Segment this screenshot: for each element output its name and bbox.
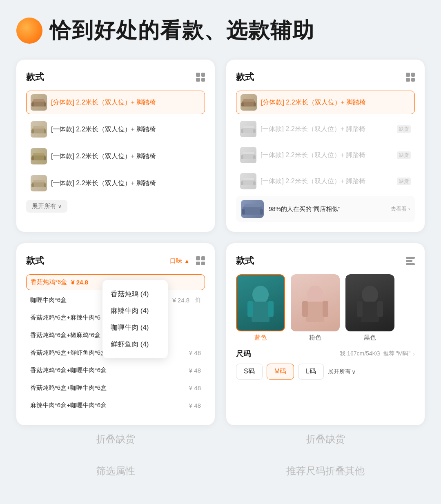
card2-sku-text-selected: [分体款] 2.2米长（双人位）+ 脚踏椅: [261, 98, 410, 107]
chevron-down-icon: ∨: [58, 204, 62, 209]
color-swatch-black[interactable]: 黑色: [345, 274, 394, 342]
similar-text: 98%的人在买的"同店相似": [269, 205, 386, 213]
svg-rect-8: [32, 155, 45, 160]
size-btn-l[interactable]: L码: [298, 364, 324, 380]
swatch-label-black: 黑色: [364, 334, 376, 342]
grid-icon-3[interactable]: [196, 256, 205, 265]
svg-rect-21: [241, 129, 243, 133]
out-stock-badge-2: 缺货: [397, 151, 411, 159]
svg-rect-11: [33, 153, 45, 155]
card1-header: 款式: [26, 71, 205, 83]
svg-rect-14: [44, 183, 46, 187]
dropdown-item-4[interactable]: 鲜虾鱼肉 (4): [111, 336, 160, 353]
svg-rect-43: [323, 301, 328, 317]
card3-sku-text-4: 香菇炖鸡*6盒+椒麻鸡*6盒: [30, 331, 100, 339]
svg-rect-34: [260, 209, 263, 215]
card3-sku-7[interactable]: 香菇炖鸡*6盒+咖喱牛肉*6盒 ¥ 48: [26, 380, 205, 395]
card3-sku-8[interactable]: 麻辣牛肉*6盒+咖喱牛肉*6盒 ¥ 48: [26, 398, 205, 413]
card2-title: 款式: [236, 71, 254, 83]
expand-chevron-icon: ∨: [352, 369, 356, 375]
card-filter-attributes: 款式 口味 ▲ 香菇炖鸡*6盒 ¥ 24.8 咖喱牛肉*6盒 ¥ 24.8 鲜 …: [16, 243, 215, 425]
svg-rect-2: [44, 102, 46, 107]
size-recommend[interactable]: 推荐 "M码": [383, 350, 411, 357]
swatch-img-blue: [236, 274, 285, 331]
card3-sku-6[interactable]: 香菇炖鸡*6盒+咖喱牛肉*6盒 ¥ 48: [26, 363, 205, 378]
size-btn-s[interactable]: S码: [236, 364, 263, 380]
flavor-label: 口味: [170, 257, 182, 265]
sku-thumb-4: [31, 175, 47, 191]
card2-thumb-1: [241, 94, 257, 111]
swatch-label-pink: 粉色: [309, 334, 321, 342]
card2-sku-text-out-2: [一体款] 2.2米长（双人位）+ 脚踏椅: [261, 151, 391, 160]
svg-rect-17: [241, 102, 244, 107]
similar-thumb: [241, 200, 264, 218]
sku-item-2[interactable]: [一体款] 2.2米长（双人位）+ 脚踏椅: [26, 118, 205, 141]
grid-icon-1[interactable]: [196, 73, 205, 82]
card2-label: 折叠缺货: [226, 433, 425, 446]
svg-rect-32: [243, 206, 262, 215]
svg-point-40: [307, 286, 323, 304]
svg-rect-18: [254, 102, 256, 107]
sku-item-4[interactable]: [一体款] 2.2米长（双人位）+ 脚踏椅: [26, 171, 205, 195]
swatch-label-blue: 蓝色: [254, 334, 267, 342]
svg-rect-46: [357, 301, 363, 317]
card3-sku-price-6: ¥ 48: [189, 367, 201, 374]
svg-rect-33: [242, 209, 245, 215]
expand-button-1[interactable]: 展开所有 ∨: [26, 200, 67, 213]
card2-sku-text-out-1: [一体款] 2.2米长（双人位）+ 脚踏椅: [261, 125, 391, 133]
svg-rect-1: [31, 102, 34, 107]
card2-sku-out-3[interactable]: [一体款] 2.2米长（双人位）+ 脚踏椅 缺货: [236, 170, 415, 193]
page-header: 恰到好处的看款、选款辅助: [16, 16, 425, 45]
card3-sku-price-7: ¥ 48: [189, 384, 201, 391]
card2-sku-selected[interactable]: [分体款] 2.2米长（双人位）+ 脚踏椅: [236, 91, 415, 114]
svg-point-44: [362, 286, 378, 304]
size-hint-container: 我 167cm/54KG 推荐 "M码" ›: [340, 350, 415, 357]
card2-sku-out-2[interactable]: [一体款] 2.2米长（双人位）+ 脚踏椅 缺货: [236, 144, 415, 167]
sku-text-selected: [分体款] 2.2米长（双人位）+ 脚踏椅: [51, 98, 200, 107]
size-btn-m[interactable]: M码: [267, 364, 294, 380]
color-swatch-pink[interactable]: 粉色: [291, 274, 340, 342]
flavor-filter[interactable]: 口味 ▲: [170, 257, 189, 265]
sku-item-selected[interactable]: [分体款] 2.2米长（双人位）+ 脚踏椅: [26, 91, 205, 114]
card3-header: 款式 口味 ▲: [26, 255, 205, 267]
card2-sku-out-1[interactable]: [一体款] 2.2米长（双人位）+ 脚踏椅 缺货: [236, 118, 415, 140]
svg-rect-42: [302, 301, 308, 317]
grid-icon-2[interactable]: [406, 73, 415, 82]
sku-thumb-1: [31, 94, 47, 111]
size-label: 尺码: [236, 349, 251, 359]
sku-thumb-3: [31, 148, 47, 164]
card-size-recommend: 款式 蓝色: [226, 243, 425, 425]
svg-rect-35: [244, 204, 261, 207]
card3-sku-price-2: ¥ 24.8: [172, 297, 189, 304]
color-swatch-blue[interactable]: 蓝色: [236, 274, 285, 342]
page-title: 恰到好处的看款、选款辅助: [50, 16, 314, 45]
size-section: 尺码 我 167cm/54KG 推荐 "M码" › S码 M码 L码 展开所有 …: [236, 349, 415, 380]
size-arrow-icon: ›: [413, 351, 415, 357]
card2-sku-text-out-3: [一体款] 2.2米长（双人位）+ 脚踏椅: [261, 177, 391, 186]
card3-sku-text-6: 香菇炖鸡*6盒+咖喱牛肉*6盒: [30, 366, 107, 374]
dropdown-item-3[interactable]: 咖喱牛肉 (4): [111, 319, 160, 336]
svg-rect-3: [33, 99, 45, 102]
svg-rect-30: [253, 181, 256, 185]
grid-icon-alt-4[interactable]: [406, 256, 415, 265]
size-row-header: 尺码 我 167cm/54KG 推荐 "M码" ›: [236, 349, 415, 359]
sku-item-3[interactable]: [一体款] 2.2米长（双人位）+ 脚踏椅: [26, 144, 205, 168]
cards-grid: 款式 [分体款] 2.2米长（双人位）+ 脚踏椅 [一体款] 2.2米长（双人位…: [16, 60, 425, 425]
similar-go[interactable]: 去看看 ›: [391, 205, 410, 213]
svg-rect-25: [241, 155, 243, 159]
svg-rect-0: [32, 101, 45, 107]
svg-rect-6: [44, 129, 46, 133]
svg-rect-15: [33, 180, 45, 182]
similar-row[interactable]: 98%的人在买的"同店相似" 去看看 ›: [236, 196, 415, 222]
svg-rect-41: [306, 302, 324, 322]
svg-rect-13: [31, 183, 34, 187]
svg-rect-7: [33, 126, 45, 129]
size-expand-btn[interactable]: 展开所有 ∨: [328, 368, 356, 375]
svg-rect-39: [268, 301, 274, 317]
svg-rect-29: [241, 181, 243, 185]
svg-rect-12: [32, 182, 45, 187]
card3-sku-text-2: 咖喱牛肉*6盒: [30, 296, 67, 304]
card2-header: 款式: [236, 71, 415, 83]
dropdown-item-2[interactable]: 麻辣牛肉 (4): [111, 302, 160, 319]
dropdown-item-1[interactable]: 香菇炖鸡 (4): [111, 286, 160, 302]
